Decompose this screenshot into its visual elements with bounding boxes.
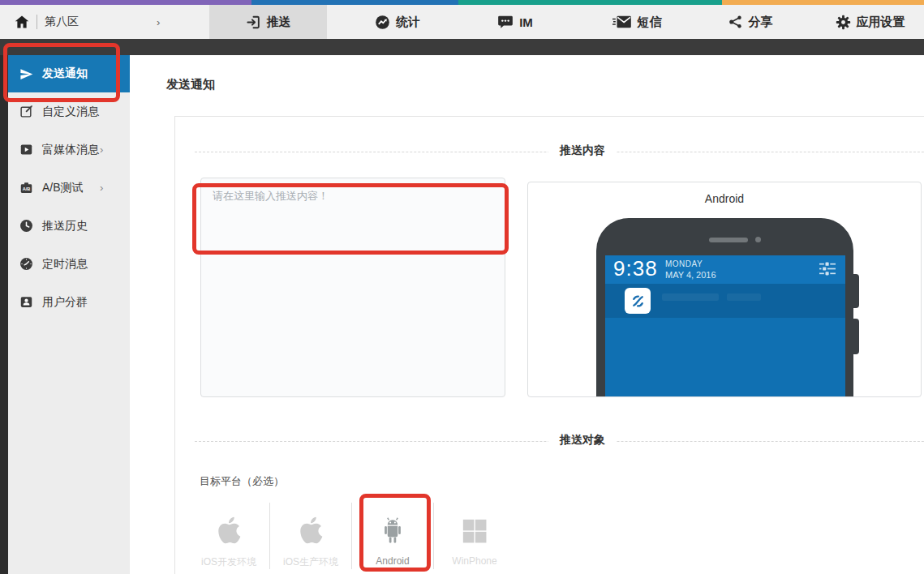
section-title-push-target: 推送对象 [548, 433, 617, 448]
svg-text:A/B: A/B [23, 186, 31, 191]
lockscreen-status-band: 9:38 MONDAY MAY 4, 2016 [605, 255, 845, 284]
share-icon [728, 15, 743, 29]
edit-icon [19, 105, 33, 118]
sidebar-item-custom-message[interactable]: 自定义消息 [8, 92, 130, 131]
sidebar-item-label: 自定义消息 [42, 105, 99, 119]
windows-icon [461, 509, 488, 545]
tab-share[interactable]: 分享 [710, 5, 791, 39]
top-navbar: 第八区 › 推送 统计 IM 短信 [0, 5, 924, 39]
tab-label: 分享 [749, 15, 773, 30]
platform-ios-prod[interactable]: iOS生产环境 [270, 498, 351, 569]
main-content: 发送通知 推送内容 Android 9:38 [130, 55, 924, 574]
tab-stats[interactable]: 统计 [349, 5, 446, 39]
platform-label: iOS生产环境 [283, 555, 338, 569]
chevron-right-icon[interactable]: › [157, 5, 160, 39]
preview-device-label: Android [528, 192, 921, 205]
platform-winphone[interactable]: WinPhone [434, 498, 515, 569]
app-notification-icon [625, 288, 651, 314]
lockscreen-day: MONDAY [665, 259, 716, 270]
push-icon [246, 15, 261, 30]
sidebar-item-label: 富媒体消息 [42, 143, 99, 157]
app-name: 第八区 [45, 15, 79, 29]
ab-test-icon: A/B [19, 181, 33, 195]
page: 第八区 › 推送 统计 IM 短信 [0, 0, 924, 574]
segment-icon [19, 295, 33, 309]
platform-ios-dev[interactable]: iOS开发环境 [188, 498, 269, 569]
phone-screen: 9:38 MONDAY MAY 4, 2016 [605, 255, 845, 397]
platform-picker: iOS开发环境 iOS生产环境 Android [188, 498, 515, 569]
tab-sms[interactable]: 短信 [592, 5, 681, 39]
notification-title-placeholder [662, 293, 719, 301]
breadcrumb[interactable]: 第八区 [15, 5, 79, 39]
lockscreen-time: 9:38 [613, 256, 658, 281]
section-divider: 推送对象 [195, 441, 924, 442]
sidebar-item-user-segments[interactable]: 用户分群 [8, 283, 130, 321]
tab-push[interactable]: 推送 [209, 5, 327, 39]
sidebar-item-label: A/B测试 [42, 181, 84, 195]
platform-android[interactable]: Android [352, 498, 433, 569]
sidebar-item-rich-media[interactable]: 富媒体消息 › [8, 131, 130, 169]
sidebar-item-label: 推送历史 [42, 219, 88, 233]
phone-power-button [852, 319, 859, 354]
apple-icon [217, 509, 241, 545]
sidebar: 发送通知 自定义消息 富媒体消息 › A/B A/B测试 › [8, 55, 130, 574]
tab-im[interactable]: IM [475, 5, 556, 39]
phone-camera [755, 237, 761, 242]
left-edge-strip [0, 55, 8, 574]
platform-label: iOS开发环境 [201, 555, 256, 569]
sidebar-item-label: 用户分群 [42, 295, 88, 310]
sidebar-item-push-history[interactable]: 推送历史 [8, 207, 130, 245]
sms-icon [612, 15, 632, 29]
home-icon[interactable] [15, 15, 29, 29]
android-icon [380, 509, 405, 545]
im-icon [497, 15, 514, 29]
richmedia-icon [19, 143, 33, 156]
stats-icon [375, 15, 390, 30]
sidebar-item-ab-test[interactable]: A/B A/B测试 › [8, 169, 130, 207]
sliders-icon [819, 262, 836, 279]
section-divider: 推送内容 [195, 152, 924, 152]
chevron-right-icon: › [100, 169, 103, 207]
phone-speaker [709, 238, 748, 242]
apple-icon [299, 509, 323, 545]
sidebar-item-send-notification[interactable]: 发送通知 [8, 55, 130, 92]
platform-label: Android [376, 555, 409, 567]
sidebar-item-label: 发送通知 [42, 66, 88, 81]
section-title-push-content: 推送内容 [548, 144, 617, 158]
tab-label: 推送 [267, 15, 291, 30]
notification-text-placeholder [727, 293, 761, 301]
history-icon [19, 219, 33, 233]
phone-mockup: 9:38 MONDAY MAY 4, 2016 [596, 218, 853, 397]
schedule-icon [19, 257, 33, 271]
phone-volume-button [852, 274, 859, 308]
sidebar-item-label: 定时消息 [42, 257, 88, 272]
platform-label: WinPhone [452, 555, 496, 567]
tab-label: 应用设置 [857, 15, 905, 30]
android-preview-panel: Android 9:38 MONDAY MAY 4, 2016 [527, 182, 922, 397]
lockscreen-date: MAY 4, 2016 [665, 270, 716, 281]
tab-label: IM [519, 15, 533, 29]
tab-label: 短信 [638, 15, 662, 30]
lockscreen-date-block: MONDAY MAY 4, 2016 [665, 259, 716, 281]
sidebar-item-scheduled-message[interactable]: 定时消息 [8, 245, 130, 283]
send-icon [19, 67, 33, 81]
tab-app-settings[interactable]: 应用设置 [819, 5, 921, 39]
settings-icon [836, 15, 851, 30]
sub-nav-dark-bar [0, 39, 924, 55]
notification-band [605, 284, 845, 318]
push-form-panel: 推送内容 Android 9:38 MONDAY MA [174, 116, 924, 574]
page-title: 发送通知 [166, 77, 215, 92]
tab-label: 统计 [396, 15, 420, 30]
push-content-input[interactable] [200, 178, 505, 397]
chevron-right-icon: › [100, 131, 103, 169]
divider [37, 15, 37, 29]
target-platform-label: 目标平台（必选） [200, 474, 284, 489]
